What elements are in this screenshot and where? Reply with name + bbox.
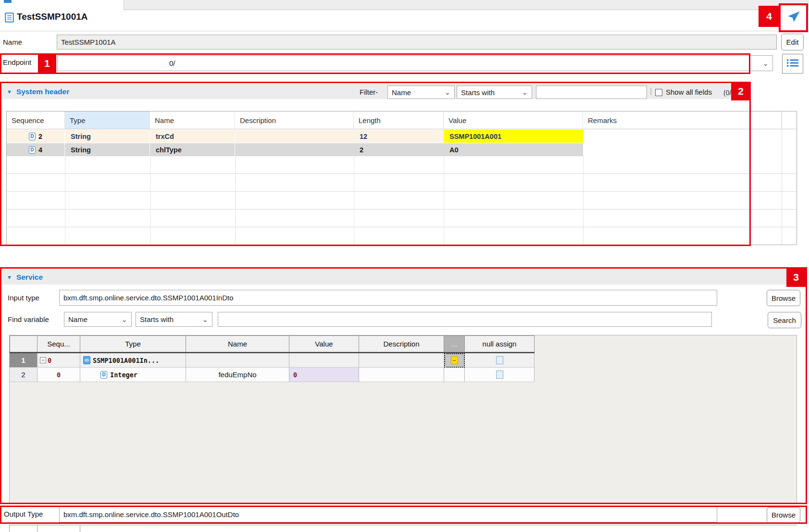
find-op-value: Starts with [140, 315, 174, 323]
collapse-triangle-icon[interactable]: ▼ [7, 89, 12, 95]
filter-op-value: Starts with [461, 88, 495, 97]
column-header-value[interactable]: Value [289, 335, 359, 352]
data-type-icon: D [29, 133, 36, 140]
filter-op-combobox[interactable]: Starts with ⌄ [457, 86, 532, 99]
cell-sequence: 4 [38, 146, 42, 154]
input-type-browse-button[interactable]: Browse [767, 290, 800, 306]
table-row[interactable]: D 2 String trxCd 12 SSMP1001A001 [7, 130, 583, 143]
endpoint-combobox[interactable]: 0/ ⌄ [57, 55, 773, 71]
cell-name[interactable]: feduEmpNo [186, 368, 289, 382]
collapse-yellow-button[interactable]: − [451, 356, 458, 364]
column-header-sequence[interactable]: Sequence [7, 111, 65, 129]
cell-length: 2 [354, 143, 444, 156]
annotation-badge-4: 4 [759, 6, 780, 27]
chevron-down-icon: ⌄ [121, 317, 127, 322]
cell-expand-button[interactable] [444, 368, 465, 382]
row-number-cell[interactable]: 1 [10, 353, 37, 368]
cell-type[interactable]: D Integer [80, 368, 186, 382]
active-tab[interactable] [0, 0, 124, 10]
run-test-button[interactable] [779, 3, 808, 32]
column-header-seq[interactable]: Sequ... [37, 335, 80, 352]
null-assign-checkbox[interactable] [496, 371, 503, 379]
column-header-description[interactable]: Description [235, 111, 354, 129]
find-op-combobox[interactable]: Starts with ⌄ [136, 312, 212, 327]
find-text-input[interactable] [218, 312, 712, 327]
cell-name: trxCd [150, 130, 235, 143]
cell-description[interactable] [235, 130, 354, 143]
column-header-type[interactable]: Type [65, 111, 150, 129]
name-label: Name [3, 38, 22, 46]
edit-button[interactable]: Edit [781, 34, 804, 50]
filter-divider: | [650, 87, 652, 96]
chevron-down-icon: ⌄ [522, 90, 528, 95]
cell-description[interactable] [359, 353, 444, 368]
cell-value[interactable]: A0 [444, 143, 583, 156]
column-header-name[interactable]: Name [150, 111, 235, 129]
chevron-down-icon: ⌄ [444, 90, 450, 95]
cell-name[interactable] [186, 353, 289, 368]
filter-text-input[interactable] [536, 86, 647, 99]
filter-field-combobox[interactable]: Name ⌄ [387, 86, 455, 99]
cell-length: 12 [354, 130, 444, 143]
column-header-null-assign[interactable]: null assign [464, 335, 535, 352]
annotation-badge-3: 3 [786, 268, 806, 287]
chevron-down-icon: ⌄ [762, 61, 769, 66]
grid-line [9, 525, 10, 532]
collapse-triangle-icon[interactable]: ▼ [7, 274, 12, 280]
find-field-value: Name [68, 315, 87, 323]
column-header-length[interactable]: Length [354, 111, 444, 129]
cell-name: chlType [150, 143, 235, 156]
empty-grid-area [7, 156, 797, 245]
service-variable-table: Sequ... Type Name Value Description ... … [9, 335, 797, 504]
column-header-description[interactable]: Description [359, 335, 444, 352]
endpoint-value: 0/ [62, 59, 175, 67]
name-input[interactable]: TestSSMP1001A [57, 35, 777, 49]
null-assign-checkbox[interactable] [496, 356, 503, 364]
title-separator [0, 31, 809, 31]
system-header-title[interactable]: System header [16, 87, 69, 96]
document-icon [5, 12, 14, 25]
output-browse-button[interactable]: Browse [767, 507, 800, 523]
cell-type: String [65, 143, 150, 156]
row-number-cell[interactable]: 2 [10, 368, 37, 382]
table-row[interactable]: D 4 String chlType 2 A0 [7, 143, 583, 156]
column-header-value[interactable]: Value [444, 111, 583, 129]
cell-null-assign[interactable] [465, 368, 535, 382]
search-button[interactable]: Search [768, 312, 801, 328]
cell-type: String [65, 130, 150, 143]
cell-type[interactable]: IO SSMP1001A001In... [80, 353, 186, 368]
find-field-combobox[interactable]: Name ⌄ [64, 312, 132, 327]
show-all-fields-checkbox[interactable] [655, 89, 662, 96]
endpoint-list-button[interactable] [782, 54, 803, 74]
cell-null-assign[interactable] [465, 353, 535, 368]
cell-seq[interactable]: − 0 [37, 353, 80, 368]
cell-value-highlighted[interactable]: SSMP1001A001 [444, 130, 583, 143]
cell-value[interactable]: 0 [289, 368, 359, 382]
service-title[interactable]: Service [16, 273, 43, 282]
collapse-node-icon[interactable]: − [40, 357, 46, 363]
list-icon [787, 59, 798, 69]
show-all-fields-label[interactable]: Show all fields [666, 88, 712, 96]
cell-expand-button[interactable]: − [444, 353, 465, 368]
cell-description[interactable] [359, 368, 444, 382]
cell-seq[interactable]: 0 [37, 368, 80, 382]
input-type-label: Input type [8, 294, 39, 302]
cell-description[interactable] [235, 143, 354, 156]
grid-line [80, 525, 80, 532]
editor-screen: TestSSMP1001A 4 Name TestSSMP1001A Edit … [0, 0, 809, 532]
field-count-label: (0/ [723, 89, 731, 97]
output-type-field[interactable]: bxm.dft.smp.online.service.dto.SSMP1001A… [59, 507, 717, 522]
cell-value[interactable] [289, 353, 359, 368]
row-number-header [10, 335, 37, 352]
column-header-type[interactable]: Type [80, 335, 186, 352]
output-type-label: Output Type [4, 510, 43, 518]
endpoint-label: Endpoint [3, 58, 31, 66]
filter-field-value: Name [392, 88, 411, 97]
grid-line [9, 525, 797, 525]
chevron-down-icon: ⌄ [202, 317, 208, 322]
column-header-name[interactable]: Name [186, 335, 289, 352]
annotation-badge-2: 2 [731, 82, 750, 100]
input-type-field[interactable]: bxm.dft.smp.online.service.dto.SSMP1001A… [59, 290, 717, 306]
column-header-remarks[interactable]: Remarks [583, 111, 782, 129]
column-header-dots[interactable]: ... [444, 335, 465, 352]
